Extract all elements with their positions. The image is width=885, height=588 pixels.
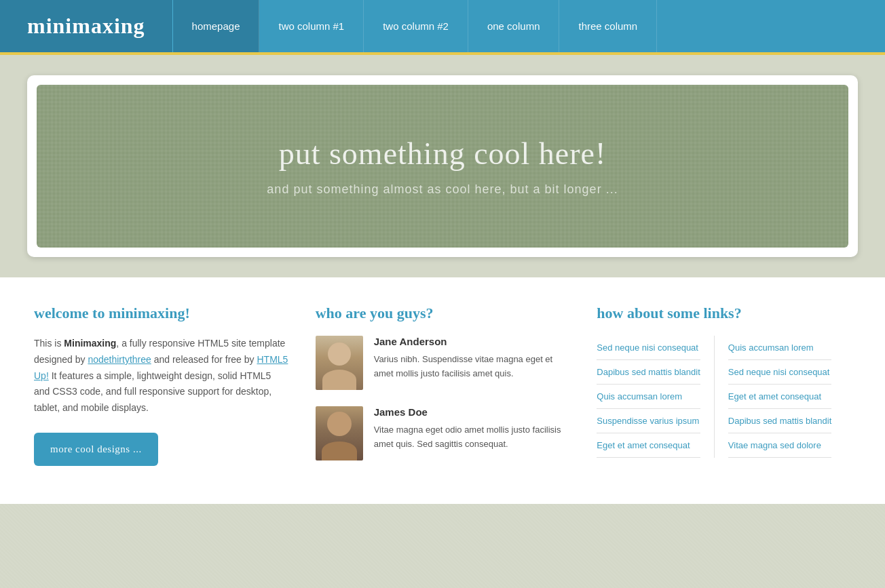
main-nav: homepagetwo column #1two column #2one co… [173,0,885,52]
right-link[interactable]: Sed neque nisi consequat [728,360,831,385]
hero-banner: put something cool here! and put somethi… [37,85,848,248]
left-link[interactable]: Suspendisse varius ipsum [597,409,700,433]
people-heading: who are you guys? [316,305,570,322]
person-info: Jane AndersonVarius nibh. Suspendisse vi… [374,336,570,390]
links-left-col: Sed neque nisi consequatDapibus sed matt… [597,336,714,458]
people-column: who are you guys? Jane AndersonVarius ni… [316,305,570,477]
logo-area: minimaxing [0,0,173,52]
left-link[interactable]: Eget et amet consequat [597,433,700,458]
nodethirtythree-link[interactable]: nodethirtythree [88,354,151,365]
person-name: James Doe [374,406,570,418]
main-content: welcome to minimaxing! This is Minimaxin… [0,277,885,504]
hero-subtitle: and put something almost as cool here, b… [267,182,618,197]
person-item: James DoeVitae magna eget odio amet moll… [316,406,570,460]
right-link[interactable]: Quis accumsan lorem [728,336,831,360]
nav-item-two-column-1[interactable]: two column #1 [259,0,364,52]
right-link[interactable]: Eget et amet consequat [728,385,831,409]
nav-item-one-column[interactable]: one column [468,0,560,52]
welcome-column: welcome to minimaxing! This is Minimaxin… [34,305,288,477]
person-avatar-woman [316,336,363,390]
left-link[interactable]: Dapibus sed mattis blandit [597,360,700,385]
site-header: minimaxing homepagetwo column #1two colu… [0,0,885,55]
left-link[interactable]: Quis accumsan lorem [597,385,700,409]
welcome-text: This is Minimaxing, a fully responsive H… [34,336,288,416]
more-designs-button[interactable]: more cool designs ... [34,433,158,466]
right-link[interactable]: Dapibus sed mattis blandit [728,409,831,433]
links-right-col: Quis accumsan loremSed neque nisi conseq… [715,336,831,458]
person-avatar-man [316,406,363,460]
person-description: Varius nibh. Suspendisse vitae magna ege… [374,353,570,381]
nav-item-two-column-2[interactable]: two column #2 [364,0,468,52]
hero-container: put something cool here! and put somethi… [27,75,858,257]
person-name: Jane Anderson [374,336,570,347]
hero-title: put something cool here! [279,136,607,172]
right-link[interactable]: Vitae magna sed dolore [728,433,831,458]
nav-item-three-column[interactable]: three column [559,0,657,52]
person-description: Vitae magna eget odio amet mollis justo … [374,423,570,452]
links-column: how about some links? Sed neque nisi con… [597,305,851,477]
hero-wrapper: put something cool here! and put somethi… [0,55,885,277]
welcome-heading: welcome to minimaxing! [34,305,288,322]
links-grid: Sed neque nisi consequatDapibus sed matt… [597,336,851,458]
html5up-link[interactable]: HTML5 Up! [34,354,288,381]
brand-name: Minimaxing [64,338,116,349]
people-list: Jane AndersonVarius nibh. Suspendisse vi… [316,336,570,460]
links-heading: how about some links? [597,305,851,322]
person-info: James DoeVitae magna eget odio amet moll… [374,406,570,460]
nav-item-homepage[interactable]: homepage [173,0,260,52]
left-link[interactable]: Sed neque nisi consequat [597,336,700,360]
person-item: Jane AndersonVarius nibh. Suspendisse vi… [316,336,570,390]
site-logo[interactable]: minimaxing [27,14,145,39]
